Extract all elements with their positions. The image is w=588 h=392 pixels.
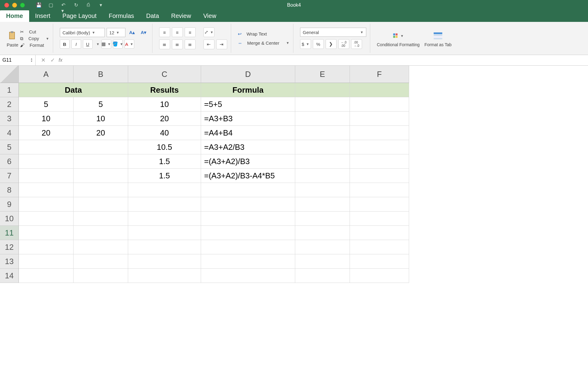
conditional-formatting-button[interactable]: ▼ Conditional Formatting: [377, 30, 420, 47]
cell-A14[interactable]: [19, 269, 74, 283]
align-right-button[interactable]: ≣: [185, 40, 196, 49]
format-painter-button[interactable]: 🖌 Format: [20, 43, 49, 48]
cell-E13[interactable]: [295, 254, 350, 269]
decrease-font-button[interactable]: A▾: [139, 28, 149, 37]
column-header-C[interactable]: C: [128, 66, 201, 83]
cell-B14[interactable]: [74, 269, 128, 283]
cell-E2[interactable]: [295, 97, 350, 112]
cell-C13[interactable]: [128, 254, 201, 269]
row-header-12[interactable]: 12: [0, 240, 19, 254]
cell-F11[interactable]: [350, 226, 409, 240]
cell-E6[interactable]: [295, 154, 350, 169]
cell-F1[interactable]: [350, 83, 409, 97]
cell-D4[interactable]: =A4+B4: [201, 126, 295, 140]
merge-center-button[interactable]: ↔ Merge & Center ▼: [238, 40, 289, 46]
cell-D6[interactable]: =(A3+A2)/B3: [201, 154, 295, 169]
tab-home[interactable]: Home: [0, 10, 29, 22]
cell-E14[interactable]: [295, 269, 350, 283]
cell-B13[interactable]: [74, 254, 128, 269]
cell-C3[interactable]: 20: [128, 112, 201, 126]
cell-A2[interactable]: 5: [19, 97, 74, 112]
cell-F13[interactable]: [350, 254, 409, 269]
align-center-button[interactable]: ≣: [172, 40, 183, 49]
percent-button[interactable]: %: [313, 39, 324, 49]
cell-D11[interactable]: [201, 226, 295, 240]
column-header-A[interactable]: A: [19, 66, 74, 83]
zoom-window-button[interactable]: [20, 3, 25, 8]
align-left-button[interactable]: ≣: [159, 40, 170, 49]
cell-B11[interactable]: [74, 226, 128, 240]
cell-A13[interactable]: [19, 254, 74, 269]
row-header-3[interactable]: 3: [0, 112, 19, 126]
cell-F2[interactable]: [350, 97, 409, 112]
row-header-14[interactable]: 14: [0, 269, 19, 283]
fill-color-button[interactable]: 🪣▼: [113, 40, 123, 49]
cell-B8[interactable]: [74, 183, 128, 197]
align-bottom-button[interactable]: ≡: [185, 27, 196, 37]
font-size-dropdown[interactable]: 12▼: [107, 28, 125, 37]
undo-icon[interactable]: ↶ ▾: [61, 2, 67, 8]
cell-A1[interactable]: Data: [19, 83, 128, 97]
cell-A3[interactable]: 10: [19, 112, 74, 126]
cell-B2[interactable]: 5: [74, 97, 128, 112]
cell-D3[interactable]: =A3+B3: [201, 112, 295, 126]
cell-A10[interactable]: [19, 211, 74, 226]
cell-A4[interactable]: 20: [19, 126, 74, 140]
cell-E7[interactable]: [295, 169, 350, 183]
row-header-7[interactable]: 7: [0, 169, 19, 183]
column-header-F[interactable]: F: [350, 66, 409, 83]
row-header-8[interactable]: 8: [0, 183, 19, 197]
cell-B9[interactable]: [74, 197, 128, 211]
namebox-down-icon[interactable]: ▼: [30, 60, 33, 63]
cell-C9[interactable]: [128, 197, 201, 211]
cell-E4[interactable]: [295, 126, 350, 140]
name-box[interactable]: G11 ▲▼: [0, 55, 36, 65]
format-as-table-button[interactable]: Format as Tab: [425, 30, 452, 47]
italic-button[interactable]: I: [71, 40, 81, 49]
row-header-6[interactable]: 6: [0, 154, 19, 169]
cell-E1[interactable]: [295, 83, 350, 97]
cell-F4[interactable]: [350, 126, 409, 140]
column-header-E[interactable]: E: [295, 66, 350, 83]
cell-F9[interactable]: [350, 197, 409, 211]
row-header-1[interactable]: 1: [0, 83, 19, 97]
row-header-13[interactable]: 13: [0, 254, 19, 269]
cell-D5[interactable]: =A3+A2/B3: [201, 140, 295, 154]
cell-C12[interactable]: [128, 240, 201, 254]
tab-view[interactable]: View: [197, 10, 222, 22]
cell-F14[interactable]: [350, 269, 409, 283]
cell-A5[interactable]: [19, 140, 74, 154]
number-format-dropdown[interactable]: General▼: [300, 28, 366, 37]
comma-style-button[interactable]: ❯: [326, 39, 337, 49]
cell-E11[interactable]: [295, 226, 350, 240]
column-header-D[interactable]: D: [201, 66, 295, 83]
cell-F10[interactable]: [350, 211, 409, 226]
paste-button[interactable]: Paste: [7, 29, 18, 47]
cell-B5[interactable]: [74, 140, 128, 154]
cell-C2[interactable]: 10: [128, 97, 201, 112]
cell-B7[interactable]: [74, 169, 128, 183]
cell-C5[interactable]: 10.5: [128, 140, 201, 154]
cell-F5[interactable]: [350, 140, 409, 154]
cell-D10[interactable]: [201, 211, 295, 226]
cell-B12[interactable]: [74, 240, 128, 254]
cell-E3[interactable]: [295, 112, 350, 126]
cell-E5[interactable]: [295, 140, 350, 154]
cell-D2[interactable]: =5+5: [201, 97, 295, 112]
cell-F12[interactable]: [350, 240, 409, 254]
row-header-10[interactable]: 10: [0, 211, 19, 226]
cell-C11[interactable]: [128, 226, 201, 240]
cancel-formula-button[interactable]: ✕: [41, 57, 46, 64]
cell-B4[interactable]: 20: [74, 126, 128, 140]
row-header-5[interactable]: 5: [0, 140, 19, 154]
currency-button[interactable]: $▼: [300, 39, 311, 49]
cell-D8[interactable]: [201, 183, 295, 197]
cell-D14[interactable]: [201, 269, 295, 283]
enter-formula-button[interactable]: ✓: [50, 57, 55, 64]
cell-B6[interactable]: [74, 154, 128, 169]
tab-review[interactable]: Review: [165, 10, 197, 22]
cell-A6[interactable]: [19, 154, 74, 169]
cell-D12[interactable]: [201, 240, 295, 254]
select-all-corner[interactable]: [0, 66, 19, 83]
cell-C6[interactable]: 1.5: [128, 154, 201, 169]
